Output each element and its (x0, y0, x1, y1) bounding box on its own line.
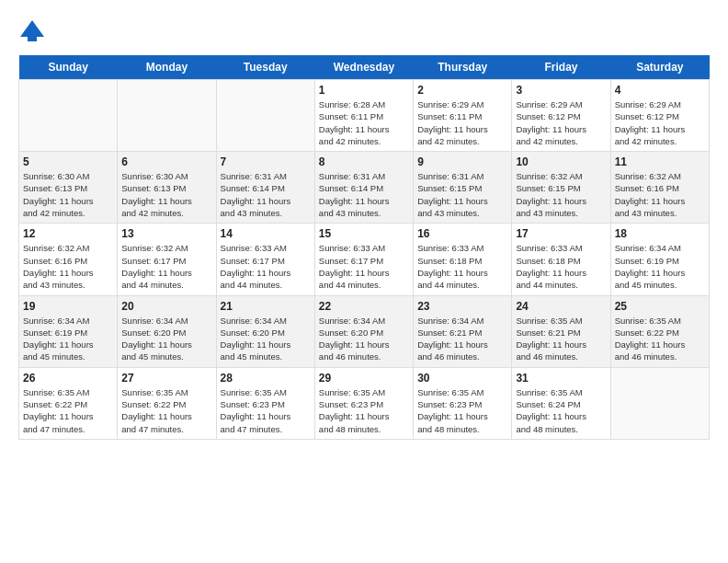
day-info: Sunrise: 6:30 AM Sunset: 6:13 PM Dayligh… (121, 170, 211, 219)
day-info: Sunrise: 6:34 AM Sunset: 6:20 PM Dayligh… (121, 315, 211, 363)
weekday-header-sunday: Sunday (19, 55, 118, 80)
day-number: 30 (417, 372, 507, 385)
week-row-3: 19Sunrise: 6:34 AM Sunset: 6:19 PM Dayli… (19, 295, 710, 367)
weekday-header-thursday: Thursday (414, 55, 512, 80)
weekday-header-monday: Monday (118, 55, 216, 80)
day-info: Sunrise: 6:34 AM Sunset: 6:19 PM Dayligh… (615, 242, 705, 291)
day-info: Sunrise: 6:35 AM Sunset: 6:21 PM Dayligh… (516, 315, 606, 363)
day-cell: 29Sunrise: 6:35 AM Sunset: 6:23 PM Dayli… (314, 367, 413, 439)
day-cell (118, 80, 216, 152)
day-number: 17 (516, 227, 606, 240)
day-cell: 4Sunrise: 6:29 AM Sunset: 6:12 PM Daylig… (610, 80, 709, 152)
svg-marker-0 (20, 20, 44, 37)
day-number: 13 (121, 227, 211, 240)
day-info: Sunrise: 6:28 AM Sunset: 6:11 PM Dayligh… (319, 98, 409, 147)
day-info: Sunrise: 6:35 AM Sunset: 6:22 PM Dayligh… (23, 386, 113, 435)
day-cell: 28Sunrise: 6:35 AM Sunset: 6:23 PM Dayli… (216, 367, 314, 439)
day-info: Sunrise: 6:35 AM Sunset: 6:22 PM Dayligh… (121, 386, 211, 435)
day-info: Sunrise: 6:34 AM Sunset: 6:20 PM Dayligh… (221, 315, 311, 363)
day-cell: 19Sunrise: 6:34 AM Sunset: 6:19 PM Dayli… (19, 295, 118, 367)
day-cell: 7Sunrise: 6:31 AM Sunset: 6:14 PM Daylig… (216, 152, 314, 224)
day-cell: 6Sunrise: 6:30 AM Sunset: 6:13 PM Daylig… (118, 152, 216, 224)
weekday-header-wednesday: Wednesday (314, 55, 413, 80)
day-cell: 18Sunrise: 6:34 AM Sunset: 6:19 PM Dayli… (610, 224, 709, 295)
day-number: 23 (417, 300, 507, 313)
day-info: Sunrise: 6:33 AM Sunset: 6:18 PM Dayligh… (516, 242, 606, 291)
day-cell: 15Sunrise: 6:33 AM Sunset: 6:17 PM Dayli… (314, 224, 413, 295)
weekday-header-saturday: Saturday (610, 55, 709, 80)
day-number: 8 (319, 155, 409, 168)
day-info: Sunrise: 6:35 AM Sunset: 6:24 PM Dayligh… (516, 386, 606, 435)
logo (18, 18, 50, 46)
day-info: Sunrise: 6:29 AM Sunset: 6:12 PM Dayligh… (615, 98, 705, 147)
day-cell: 30Sunrise: 6:35 AM Sunset: 6:23 PM Dayli… (414, 367, 512, 439)
day-number: 5 (23, 155, 113, 168)
day-cell: 17Sunrise: 6:33 AM Sunset: 6:18 PM Dayli… (512, 224, 610, 295)
page-header (18, 18, 710, 46)
day-number: 22 (319, 300, 409, 313)
day-cell: 13Sunrise: 6:32 AM Sunset: 6:17 PM Dayli… (118, 224, 216, 295)
day-info: Sunrise: 6:35 AM Sunset: 6:23 PM Dayligh… (221, 386, 311, 435)
day-info: Sunrise: 6:31 AM Sunset: 6:15 PM Dayligh… (417, 170, 507, 219)
day-cell: 23Sunrise: 6:34 AM Sunset: 6:21 PM Dayli… (414, 295, 512, 367)
day-info: Sunrise: 6:29 AM Sunset: 6:11 PM Dayligh… (417, 98, 507, 147)
day-number: 14 (221, 227, 311, 240)
calendar-table: SundayMondayTuesdayWednesdayThursdayFrid… (18, 55, 710, 440)
day-number: 9 (417, 155, 507, 168)
day-cell (19, 80, 118, 152)
day-cell: 12Sunrise: 6:32 AM Sunset: 6:16 PM Dayli… (19, 224, 118, 295)
day-cell: 31Sunrise: 6:35 AM Sunset: 6:24 PM Dayli… (512, 367, 610, 439)
day-info: Sunrise: 6:35 AM Sunset: 6:23 PM Dayligh… (319, 386, 409, 435)
day-number: 26 (23, 372, 113, 385)
day-number: 19 (23, 300, 113, 313)
day-cell: 16Sunrise: 6:33 AM Sunset: 6:18 PM Dayli… (414, 224, 512, 295)
day-number: 27 (121, 372, 211, 385)
day-cell: 25Sunrise: 6:35 AM Sunset: 6:22 PM Dayli… (610, 295, 709, 367)
day-info: Sunrise: 6:32 AM Sunset: 6:16 PM Dayligh… (23, 242, 113, 291)
day-number: 2 (417, 84, 507, 97)
day-number: 25 (615, 300, 705, 313)
day-number: 12 (23, 227, 113, 240)
day-info: Sunrise: 6:33 AM Sunset: 6:17 PM Dayligh… (319, 242, 409, 291)
day-cell: 24Sunrise: 6:35 AM Sunset: 6:21 PM Dayli… (512, 295, 610, 367)
day-info: Sunrise: 6:35 AM Sunset: 6:22 PM Dayligh… (615, 315, 705, 363)
weekday-header-tuesday: Tuesday (216, 55, 314, 80)
day-number: 21 (221, 300, 311, 313)
day-info: Sunrise: 6:32 AM Sunset: 6:16 PM Dayligh… (615, 170, 705, 219)
day-cell: 5Sunrise: 6:30 AM Sunset: 6:13 PM Daylig… (19, 152, 118, 224)
day-number: 29 (319, 372, 409, 385)
day-info: Sunrise: 6:32 AM Sunset: 6:17 PM Dayligh… (121, 242, 211, 291)
day-info: Sunrise: 6:35 AM Sunset: 6:23 PM Dayligh… (417, 386, 507, 435)
day-number: 24 (516, 300, 606, 313)
day-cell: 10Sunrise: 6:32 AM Sunset: 6:15 PM Dayli… (512, 152, 610, 224)
day-cell: 21Sunrise: 6:34 AM Sunset: 6:20 PM Dayli… (216, 295, 314, 367)
day-number: 11 (615, 155, 705, 168)
weekday-header-row: SundayMondayTuesdayWednesdayThursdayFrid… (19, 55, 710, 80)
day-number: 18 (615, 227, 705, 240)
day-cell: 14Sunrise: 6:33 AM Sunset: 6:17 PM Dayli… (216, 224, 314, 295)
day-cell: 22Sunrise: 6:34 AM Sunset: 6:20 PM Dayli… (314, 295, 413, 367)
day-cell: 26Sunrise: 6:35 AM Sunset: 6:22 PM Dayli… (19, 367, 118, 439)
day-cell: 11Sunrise: 6:32 AM Sunset: 6:16 PM Dayli… (610, 152, 709, 224)
day-cell (216, 80, 314, 152)
day-info: Sunrise: 6:34 AM Sunset: 6:21 PM Dayligh… (417, 315, 507, 363)
day-cell (610, 367, 709, 439)
day-cell: 9Sunrise: 6:31 AM Sunset: 6:15 PM Daylig… (414, 152, 512, 224)
day-number: 10 (516, 155, 606, 168)
day-number: 15 (319, 227, 409, 240)
day-number: 31 (516, 372, 606, 385)
weekday-header-friday: Friday (512, 55, 610, 80)
day-info: Sunrise: 6:34 AM Sunset: 6:20 PM Dayligh… (319, 315, 409, 363)
day-info: Sunrise: 6:31 AM Sunset: 6:14 PM Dayligh… (221, 170, 311, 219)
day-cell: 8Sunrise: 6:31 AM Sunset: 6:14 PM Daylig… (314, 152, 413, 224)
day-cell: 3Sunrise: 6:29 AM Sunset: 6:12 PM Daylig… (512, 80, 610, 152)
day-info: Sunrise: 6:34 AM Sunset: 6:19 PM Dayligh… (23, 315, 113, 363)
day-number: 1 (319, 84, 409, 97)
day-info: Sunrise: 6:33 AM Sunset: 6:18 PM Dayligh… (417, 242, 507, 291)
day-cell: 2Sunrise: 6:29 AM Sunset: 6:11 PM Daylig… (414, 80, 512, 152)
svg-rect-1 (28, 37, 37, 41)
day-cell: 20Sunrise: 6:34 AM Sunset: 6:20 PM Dayli… (118, 295, 216, 367)
day-info: Sunrise: 6:30 AM Sunset: 6:13 PM Dayligh… (23, 170, 113, 219)
day-number: 3 (516, 84, 606, 97)
day-number: 20 (121, 300, 211, 313)
